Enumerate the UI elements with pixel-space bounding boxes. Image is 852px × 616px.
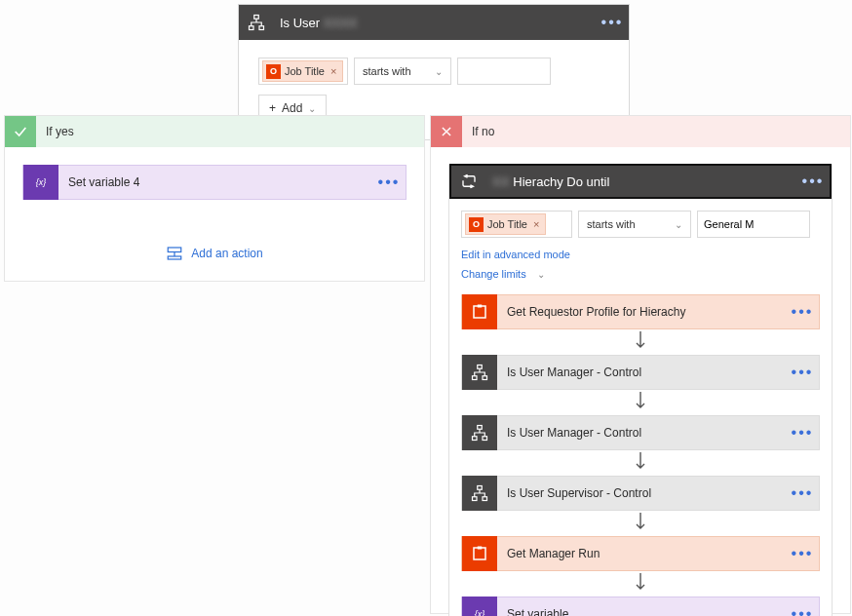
loop-step-action[interactable]: Get Manager Run ••• <box>461 536 820 571</box>
svg-rect-1 <box>250 26 254 30</box>
condition-operator-dropdown[interactable]: starts with ⌄ <box>354 58 451 85</box>
add-label: Add <box>282 101 302 115</box>
chevron-down-icon: ⌄ <box>435 66 443 77</box>
loop-value-input[interactable] <box>697 211 810 238</box>
loop-steps-container: Get Requestor Profile for Hierachy ••• I… <box>461 294 820 616</box>
loop-operator-dropdown[interactable]: starts with ⌄ <box>578 211 691 238</box>
loop-step-action[interactable]: Is User Manager - Control ••• <box>461 355 820 390</box>
loop-step-action[interactable]: Is User Manager - Control ••• <box>461 415 820 450</box>
flow-arrow-icon <box>461 329 820 355</box>
svg-rect-9 <box>473 376 478 380</box>
office365-icon: O <box>469 217 484 232</box>
chip-label: Job Title <box>285 65 325 77</box>
change-limits-link[interactable]: Change limits ⌄ <box>461 268 545 280</box>
svg-rect-15 <box>473 497 478 501</box>
step-icon <box>462 476 497 511</box>
svg-rect-16 <box>483 497 487 501</box>
step-icon <box>462 294 497 329</box>
chevron-down-icon: ⌄ <box>537 269 545 280</box>
close-icon <box>431 116 462 147</box>
checkmark-icon <box>5 116 36 147</box>
svg-rect-8 <box>478 366 483 369</box>
do-until-header[interactable]: XXHierachy Do until ••• <box>449 164 832 199</box>
step-title: Is User Supervisor - Control <box>497 486 786 500</box>
condition-header[interactable]: Is User XXXX ••• <box>239 5 629 40</box>
plus-icon: + <box>269 101 276 115</box>
do-until-menu-button[interactable]: ••• <box>796 173 830 190</box>
step-menu-button[interactable]: ••• <box>786 303 819 321</box>
new-step-icon <box>166 247 183 260</box>
action-menu-button[interactable]: ••• <box>372 173 406 191</box>
chip-remove-icon[interactable]: × <box>330 65 336 77</box>
if-yes-branch: If yes {x} Set variable 4 ••• Add an act… <box>4 115 425 282</box>
do-until-block: XXHierachy Do until ••• O Job Title × st… <box>448 165 833 616</box>
step-menu-button[interactable]: ••• <box>786 605 819 616</box>
set-variable-action[interactable]: {x} Set variable 4 ••• <box>22 165 407 200</box>
step-icon <box>462 415 497 450</box>
svg-text:{x}: {x} <box>475 609 485 616</box>
step-menu-button[interactable]: ••• <box>786 545 819 562</box>
svg-text:{x}: {x} <box>36 177 47 187</box>
chip-label: Job Title <box>487 218 527 230</box>
do-until-title: XXHierachy Do until <box>486 174 796 189</box>
svg-rect-6 <box>474 306 485 318</box>
if-no-label: If no <box>462 125 494 138</box>
edit-advanced-mode-link[interactable]: Edit in advanced mode <box>461 249 570 260</box>
step-icon <box>462 536 497 571</box>
svg-rect-11 <box>478 426 483 430</box>
job-title-chip[interactable]: O Job Title × <box>465 213 546 235</box>
step-menu-button[interactable]: ••• <box>786 424 819 442</box>
svg-rect-13 <box>483 437 487 441</box>
chevron-down-icon: ⌄ <box>675 219 682 230</box>
svg-rect-18 <box>478 547 483 550</box>
loop-condition-row: O Job Title × starts with ⌄ <box>461 211 820 238</box>
loop-step-action[interactable]: {x} Set variable ••• <box>461 597 820 616</box>
office365-icon: O <box>266 64 281 79</box>
svg-rect-5 <box>169 256 182 259</box>
svg-rect-2 <box>259 26 264 30</box>
job-title-chip[interactable]: O Job Title × <box>262 60 343 82</box>
step-menu-button[interactable]: ••• <box>786 364 819 381</box>
svg-rect-14 <box>478 486 483 490</box>
condition-icon <box>239 5 274 40</box>
add-action-row: Add an action <box>22 247 407 263</box>
svg-rect-12 <box>473 437 478 441</box>
flow-arrow-icon <box>461 511 820 536</box>
step-title: Get Manager Run <box>497 547 786 560</box>
if-no-body: XXHierachy Do until ••• O Job Title × st… <box>431 147 850 616</box>
add-action-link[interactable]: Add an action <box>166 247 262 260</box>
step-title: Is User Manager - Control <box>497 426 786 440</box>
svg-rect-4 <box>169 248 182 252</box>
condition-value-input[interactable] <box>457 58 551 85</box>
chevron-down-icon: ⌄ <box>308 103 316 114</box>
condition-expression-row: O Job Title × starts with ⌄ <box>258 58 609 85</box>
if-yes-label: If yes <box>36 125 74 138</box>
variable-icon: {x} <box>23 165 58 200</box>
chip-remove-icon[interactable]: × <box>533 218 539 230</box>
svg-rect-17 <box>474 548 485 559</box>
step-icon <box>462 355 497 390</box>
flow-arrow-icon <box>461 571 820 597</box>
loop-step-action[interactable]: Is User Supervisor - Control ••• <box>461 476 820 511</box>
loop-left-operand[interactable]: O Job Title × <box>461 211 572 238</box>
flow-arrow-icon <box>461 450 820 476</box>
operator-label: starts with <box>363 65 411 77</box>
svg-rect-10 <box>483 376 487 380</box>
step-title: Is User Manager - Control <box>497 366 786 379</box>
add-action-label: Add an action <box>191 247 262 260</box>
loop-icon <box>451 164 486 199</box>
condition-menu-button[interactable]: ••• <box>596 14 629 31</box>
if-yes-header: If yes <box>5 116 424 147</box>
condition-title: Is User XXXX <box>274 16 596 30</box>
operator-label: starts with <box>587 218 636 230</box>
if-no-header: If no <box>431 116 850 147</box>
svg-rect-0 <box>254 16 259 19</box>
step-icon: {x} <box>462 597 497 616</box>
loop-step-action[interactable]: Get Requestor Profile for Hierachy ••• <box>461 294 820 329</box>
step-menu-button[interactable]: ••• <box>786 484 819 502</box>
flow-arrow-icon <box>461 390 820 415</box>
step-title: Set variable <box>497 607 786 616</box>
action-title: Set variable 4 <box>58 175 372 189</box>
condition-left-operand[interactable]: O Job Title × <box>258 58 348 85</box>
if-yes-body: {x} Set variable 4 ••• Add an action <box>5 147 424 281</box>
